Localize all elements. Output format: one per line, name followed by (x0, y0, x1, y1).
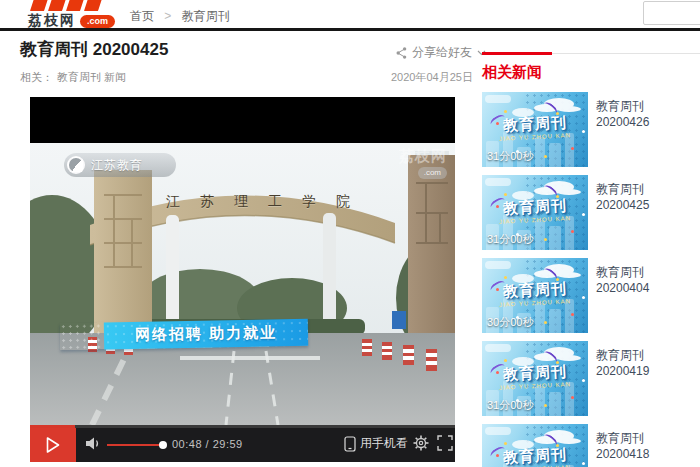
video-thumbnail[interactable]: 教育周刊 JIAO YU ZHOU KAN 30分00秒 (482, 258, 588, 333)
thumb-watermark (485, 178, 511, 186)
caption-main: 网络招聘 助力就业 (104, 319, 308, 350)
volume-slider[interactable] (107, 444, 163, 446)
broadcaster-logo-icon (67, 156, 85, 174)
site-watermark-com: .com (418, 167, 447, 179)
site-watermark: 荔枝网 .com (399, 147, 447, 179)
thumb-watermark (485, 344, 511, 352)
publish-date: 2020年04月25日 (391, 70, 473, 85)
breadcrumb-home[interactable]: 首页 (130, 9, 154, 23)
related-video-item[interactable]: 教育周刊 JIAO YU ZHOU KAN 31分00秒 教育周刊 202004… (482, 175, 700, 250)
video-duration: 31分00秒 (487, 232, 533, 247)
sidebar-heading: 相关新闻 (482, 63, 700, 82)
thumb-watermark (485, 95, 511, 103)
volume-icon[interactable] (86, 437, 102, 450)
related-video-item[interactable]: 教育周刊 JIAO YU ZHOU KAN 31分00秒 教育周刊 202004… (482, 92, 700, 167)
broadcaster-watermark: 江苏教育 (64, 153, 176, 177)
settings-gear-icon[interactable] (413, 435, 429, 451)
breadcrumb-current[interactable]: 教育周刊 (182, 9, 230, 23)
related-video-item[interactable]: 教育周刊 JIAO YU ZHOU KAN 30分00秒 教育周刊 202004… (482, 258, 700, 333)
video-title[interactable]: 教育周刊 20200425 (596, 181, 700, 212)
site-watermark-name: 荔枝网 (399, 147, 447, 166)
thumb-watermark (485, 261, 511, 269)
phone-icon (344, 436, 356, 452)
header-divider (0, 28, 700, 31)
logo-com-badge: .com (80, 15, 115, 28)
seek-bar[interactable] (30, 425, 455, 428)
watch-on-phone-button[interactable]: 用手机看 (344, 435, 408, 452)
breadcrumb: 首页 > 教育周刊 (130, 8, 230, 25)
time-display: 00:48 / 29:59 (172, 438, 243, 450)
sidebar-divider-accent (482, 52, 552, 55)
broadcaster-watermark-label: 江苏教育 (91, 157, 143, 174)
logo-mark-cropped (30, 0, 108, 11)
volume-knob[interactable] (159, 441, 167, 449)
video-duration: 31分00秒 (487, 398, 533, 413)
related-news-sidebar: 相关新闻 教育周刊 JIAO YU ZHOU KAN 31分00秒 教育周刊 2… (482, 52, 700, 467)
related-video-item[interactable]: 教育周刊 JIAO YU ZHOU KAN 31分00秒 教育周刊 202004… (482, 341, 700, 416)
video-duration: 31分00秒 (487, 149, 533, 164)
share-button[interactable]: 分享给好友 (396, 44, 486, 61)
video-title[interactable]: 教育周刊 20200419 (596, 347, 700, 378)
share-label: 分享给好友 (412, 44, 472, 61)
play-button[interactable] (30, 428, 76, 462)
video-title[interactable]: 教育周刊 20200418 (596, 430, 700, 461)
page-header: 荔枝网 .com 首页 > 教育周刊 (0, 0, 700, 28)
play-icon (45, 436, 61, 454)
thumb-watermark (485, 427, 511, 435)
site-logo[interactable]: 荔枝网 .com (28, 0, 138, 28)
caption-left-decor (60, 322, 104, 350)
video-thumbnail[interactable]: 教育周刊 JIAO YU ZHOU KAN 31分00秒 (482, 92, 588, 167)
related-tags-row: 相关：教育周刊 新闻 (20, 70, 126, 85)
share-icon (396, 47, 407, 59)
related-tag-links[interactable]: 教育周刊 新闻 (57, 71, 126, 83)
video-title[interactable]: 教育周刊 20200426 (596, 98, 700, 129)
video-frame (30, 143, 455, 425)
related-label: 相关： (20, 71, 53, 83)
page-title: 教育周刊 20200425 (20, 38, 168, 61)
gate-inscription: 江苏理工学院 (166, 193, 370, 211)
fullscreen-icon[interactable] (437, 435, 453, 451)
video-thumbnail[interactable]: 教育周刊 JIAO YU ZHOU KAN (482, 424, 588, 467)
watch-on-phone-label: 用手机看 (360, 435, 408, 452)
video-thumbnail[interactable]: 教育周刊 JIAO YU ZHOU KAN 31分00秒 (482, 341, 588, 416)
player-controls: 00:48 / 29:59 用手机看 (30, 425, 455, 462)
search-input[interactable] (643, 1, 700, 25)
video-player[interactable]: 江苏理工学院 江苏教育 荔枝网 .com 网络招聘 助力就业 (30, 97, 455, 462)
caption-text: 网络招聘 助力就业 (135, 323, 277, 344)
video-thumbnail[interactable]: 教育周刊 JIAO YU ZHOU KAN 31分00秒 (482, 175, 588, 250)
page: 荔枝网 .com 首页 > 教育周刊 教育周刊 20200425 分享给好友 (0, 0, 700, 467)
video-caption-banner: 网络招聘 助力就业 (60, 319, 308, 350)
related-video-item[interactable]: 教育周刊 JIAO YU ZHOU KAN 教育周刊 20200418 (482, 424, 700, 467)
video-title[interactable]: 教育周刊 20200404 (596, 264, 700, 295)
sidebar-divider (482, 52, 700, 55)
video-duration: 30分00秒 (487, 315, 533, 330)
breadcrumb-separator: > (164, 9, 171, 23)
